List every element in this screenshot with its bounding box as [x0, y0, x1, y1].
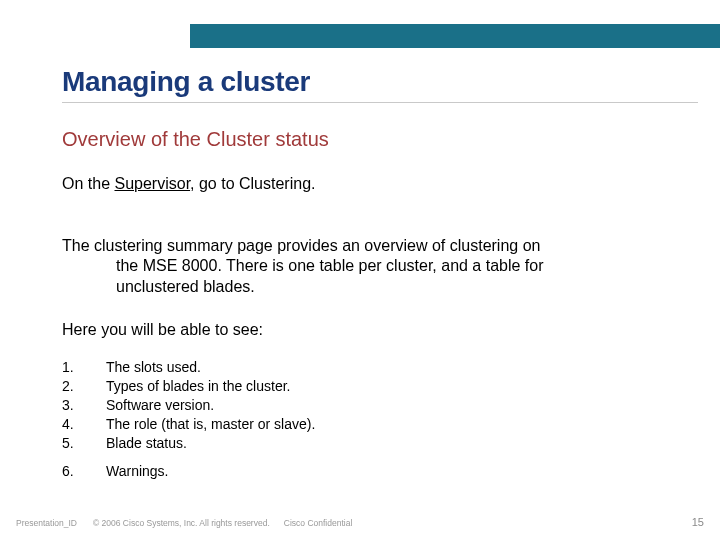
list-text: The role (that is, master or slave). — [106, 415, 315, 434]
supervisor-link[interactable]: Supervisor — [114, 175, 190, 192]
list-item: 5. Blade status. — [62, 434, 315, 453]
page-number: 15 — [692, 516, 704, 528]
confidential-text: Cisco Confidential — [284, 518, 353, 528]
body-summary-paragraph: The clustering summary page provides an … — [62, 236, 684, 297]
text: On the — [62, 175, 114, 192]
list-text: Blade status. — [106, 434, 187, 453]
list-item: 2. Types of blades in the cluster. — [62, 377, 315, 396]
list-text: The slots used. — [106, 358, 201, 377]
list-number: 6. — [62, 462, 106, 481]
list-item: 6. Warnings. — [62, 462, 315, 481]
text: The clustering summary page provides an … — [62, 237, 540, 254]
list-number: 3. — [62, 396, 106, 415]
slide: Managing a cluster Overview of the Clust… — [0, 0, 720, 540]
list-number: 4. — [62, 415, 106, 434]
text: unclustered blades. — [62, 277, 684, 297]
text: , go to Clustering. — [190, 175, 315, 192]
list-gap — [62, 452, 315, 462]
body-see-intro: Here you will be able to see: — [62, 320, 684, 340]
text: the MSE 8000. There is one table per clu… — [62, 256, 684, 276]
ordered-list: 1. The slots used. 2. Types of blades in… — [62, 358, 315, 481]
slide-subtitle: Overview of the Cluster status — [62, 128, 329, 151]
body-line-supervisor: On the Supervisor, go to Clustering. — [62, 174, 684, 194]
copyright-text: © 2006 Cisco Systems, Inc. All rights re… — [93, 518, 270, 528]
list-item: 1. The slots used. — [62, 358, 315, 377]
header-accent-bar — [190, 24, 720, 48]
list-number: 1. — [62, 358, 106, 377]
slide-title: Managing a cluster — [62, 66, 310, 98]
list-text: Types of blades in the cluster. — [106, 377, 290, 396]
list-text: Warnings. — [106, 462, 169, 481]
list-text: Software version. — [106, 396, 214, 415]
list-item: 3. Software version. — [62, 396, 315, 415]
footer: Presentation_ID © 2006 Cisco Systems, In… — [16, 516, 704, 528]
list-number: 2. — [62, 377, 106, 396]
list-item: 4. The role (that is, master or slave). — [62, 415, 315, 434]
title-underline — [62, 102, 698, 103]
presentation-id: Presentation_ID — [16, 518, 77, 528]
list-number: 5. — [62, 434, 106, 453]
